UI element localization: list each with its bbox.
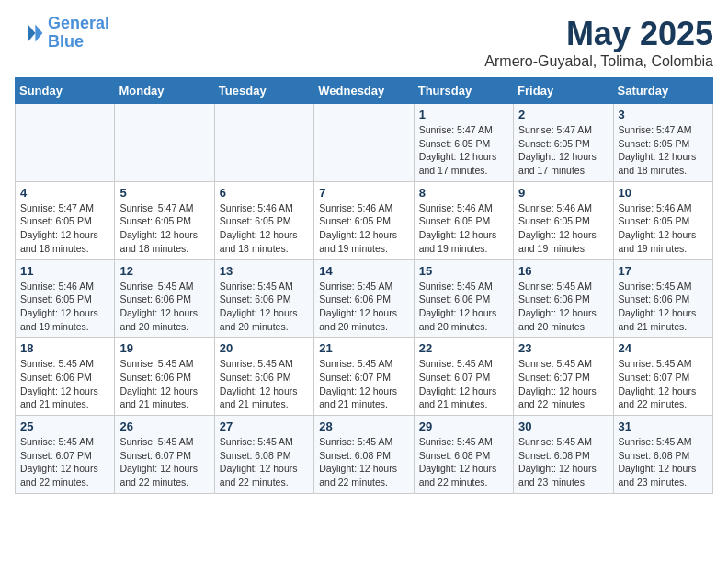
- col-header-monday: Monday: [115, 78, 214, 104]
- day-info: Sunrise: 5:47 AMSunset: 6:05 PMDaylight:…: [119, 201, 209, 256]
- day-number: 18: [20, 341, 109, 355]
- col-header-wednesday: Wednesday: [314, 78, 414, 104]
- calendar-cell: 10Sunrise: 5:46 AMSunset: 6:05 PMDayligh…: [613, 181, 712, 259]
- day-info: Sunrise: 5:45 AMSunset: 6:08 PMDaylight:…: [619, 435, 708, 489]
- svg-marker-0: [35, 24, 42, 41]
- calendar-table: SundayMondayTuesdayWednesdayThursdayFrid…: [15, 77, 713, 494]
- day-info: Sunrise: 5:45 AMSunset: 6:07 PMDaylight:…: [619, 357, 708, 411]
- day-number: 17: [619, 264, 708, 278]
- calendar-cell: 25Sunrise: 5:45 AMSunset: 6:07 PMDayligh…: [16, 416, 115, 494]
- calendar-cell: 1Sunrise: 5:47 AMSunset: 6:05 PMDaylight…: [414, 104, 513, 182]
- calendar-cell: [314, 104, 414, 182]
- calendar-cell: [16, 104, 115, 182]
- day-number: 25: [20, 419, 109, 433]
- day-number: 6: [220, 186, 309, 200]
- day-info: Sunrise: 5:47 AMSunset: 6:05 PMDaylight:…: [419, 123, 508, 178]
- day-info: Sunrise: 5:45 AMSunset: 6:07 PMDaylight:…: [319, 357, 408, 411]
- col-header-friday: Friday: [514, 78, 613, 104]
- calendar-cell: 5Sunrise: 5:47 AMSunset: 6:05 PMDaylight…: [115, 181, 214, 259]
- week-row-2: 4Sunrise: 5:47 AMSunset: 6:05 PMDaylight…: [16, 181, 713, 259]
- day-info: Sunrise: 5:46 AMSunset: 6:05 PMDaylight:…: [419, 201, 508, 256]
- calendar-cell: 15Sunrise: 5:45 AMSunset: 6:06 PMDayligh…: [414, 259, 513, 338]
- calendar-cell: 21Sunrise: 5:45 AMSunset: 6:07 PMDayligh…: [314, 338, 414, 416]
- day-info: Sunrise: 5:45 AMSunset: 6:06 PMDaylight:…: [319, 280, 408, 334]
- day-info: Sunrise: 5:45 AMSunset: 6:07 PMDaylight:…: [119, 435, 209, 489]
- day-info: Sunrise: 5:47 AMSunset: 6:05 PMDaylight:…: [619, 123, 708, 178]
- day-number: 20: [220, 341, 309, 355]
- day-number: 8: [419, 186, 508, 200]
- day-number: 16: [518, 264, 608, 278]
- day-info: Sunrise: 5:45 AMSunset: 6:06 PMDaylight:…: [220, 357, 309, 411]
- title-block: May 2025 Armero-Guyabal, Tolima, Colombi…: [484, 15, 713, 70]
- day-number: 24: [619, 341, 708, 355]
- col-header-thursday: Thursday: [414, 78, 513, 104]
- day-number: 2: [518, 108, 608, 121]
- day-info: Sunrise: 5:47 AMSunset: 6:05 PMDaylight:…: [20, 201, 109, 256]
- day-number: 30: [518, 419, 608, 433]
- calendar-cell: [115, 104, 214, 182]
- day-number: 15: [419, 264, 508, 278]
- day-number: 31: [619, 419, 708, 433]
- calendar-cell: 29Sunrise: 5:45 AMSunset: 6:08 PMDayligh…: [414, 416, 513, 494]
- calendar-cell: 23Sunrise: 5:45 AMSunset: 6:07 PMDayligh…: [514, 338, 613, 416]
- calendar-cell: 12Sunrise: 5:45 AMSunset: 6:06 PMDayligh…: [115, 259, 214, 338]
- day-info: Sunrise: 5:45 AMSunset: 6:06 PMDaylight:…: [619, 280, 708, 334]
- calendar-cell: 28Sunrise: 5:45 AMSunset: 6:08 PMDayligh…: [314, 416, 414, 494]
- day-number: 4: [20, 186, 109, 200]
- calendar-cell: 17Sunrise: 5:45 AMSunset: 6:06 PMDayligh…: [613, 259, 712, 338]
- calendar-cell: 2Sunrise: 5:47 AMSunset: 6:05 PMDaylight…: [514, 104, 613, 182]
- week-row-1: 1Sunrise: 5:47 AMSunset: 6:05 PMDaylight…: [16, 104, 713, 182]
- calendar-cell: 7Sunrise: 5:46 AMSunset: 6:05 PMDaylight…: [314, 181, 414, 259]
- day-number: 13: [220, 264, 309, 278]
- day-info: Sunrise: 5:45 AMSunset: 6:06 PMDaylight:…: [220, 280, 309, 334]
- day-info: Sunrise: 5:46 AMSunset: 6:05 PMDaylight:…: [20, 280, 109, 334]
- day-number: 26: [119, 419, 209, 433]
- day-number: 11: [20, 264, 109, 278]
- day-info: Sunrise: 5:45 AMSunset: 6:07 PMDaylight:…: [419, 357, 508, 411]
- day-number: 12: [119, 264, 209, 278]
- day-info: Sunrise: 5:45 AMSunset: 6:06 PMDaylight:…: [518, 280, 608, 334]
- svg-marker-1: [28, 24, 35, 41]
- day-info: Sunrise: 5:45 AMSunset: 6:08 PMDaylight:…: [220, 435, 309, 489]
- day-info: Sunrise: 5:46 AMSunset: 6:05 PMDaylight:…: [319, 201, 408, 256]
- day-number: 7: [319, 186, 408, 200]
- day-number: 5: [119, 186, 209, 200]
- calendar-cell: 19Sunrise: 5:45 AMSunset: 6:06 PMDayligh…: [115, 338, 214, 416]
- logo: General Blue: [15, 15, 109, 52]
- day-info: Sunrise: 5:45 AMSunset: 6:06 PMDaylight:…: [119, 280, 209, 334]
- calendar-cell: 4Sunrise: 5:47 AMSunset: 6:05 PMDaylight…: [16, 181, 115, 259]
- day-info: Sunrise: 5:45 AMSunset: 6:08 PMDaylight:…: [319, 435, 408, 489]
- calendar-cell: 22Sunrise: 5:45 AMSunset: 6:07 PMDayligh…: [414, 338, 513, 416]
- calendar-cell: 16Sunrise: 5:45 AMSunset: 6:06 PMDayligh…: [514, 259, 613, 338]
- calendar-cell: 18Sunrise: 5:45 AMSunset: 6:06 PMDayligh…: [16, 338, 115, 416]
- calendar-cell: 13Sunrise: 5:45 AMSunset: 6:06 PMDayligh…: [214, 259, 313, 338]
- day-info: Sunrise: 5:47 AMSunset: 6:05 PMDaylight:…: [518, 123, 608, 178]
- day-info: Sunrise: 5:45 AMSunset: 6:08 PMDaylight:…: [518, 435, 608, 489]
- day-info: Sunrise: 5:45 AMSunset: 6:07 PMDaylight:…: [20, 435, 109, 489]
- logo-text: General Blue: [48, 15, 109, 52]
- calendar-cell: 3Sunrise: 5:47 AMSunset: 6:05 PMDaylight…: [613, 104, 712, 182]
- day-number: 3: [619, 108, 708, 121]
- day-number: 22: [419, 341, 508, 355]
- col-header-sunday: Sunday: [16, 78, 115, 104]
- calendar-cell: 9Sunrise: 5:46 AMSunset: 6:05 PMDaylight…: [514, 181, 613, 259]
- day-info: Sunrise: 5:45 AMSunset: 6:08 PMDaylight:…: [419, 435, 508, 489]
- day-number: 10: [619, 186, 708, 200]
- calendar-cell: 14Sunrise: 5:45 AMSunset: 6:06 PMDayligh…: [314, 259, 414, 338]
- page-header: General Blue May 2025 Armero-Guyabal, To…: [15, 15, 713, 70]
- calendar-cell: 26Sunrise: 5:45 AMSunset: 6:07 PMDayligh…: [115, 416, 214, 494]
- calendar-cell: [214, 104, 313, 182]
- calendar-cell: 24Sunrise: 5:45 AMSunset: 6:07 PMDayligh…: [613, 338, 712, 416]
- month-year: May 2025: [484, 15, 713, 53]
- day-info: Sunrise: 5:45 AMSunset: 6:06 PMDaylight:…: [20, 357, 109, 411]
- day-info: Sunrise: 5:45 AMSunset: 6:06 PMDaylight:…: [419, 280, 508, 334]
- day-number: 21: [319, 341, 408, 355]
- calendar-cell: 20Sunrise: 5:45 AMSunset: 6:06 PMDayligh…: [214, 338, 313, 416]
- day-number: 28: [319, 419, 408, 433]
- day-number: 23: [518, 341, 608, 355]
- day-number: 14: [319, 264, 408, 278]
- week-row-4: 18Sunrise: 5:45 AMSunset: 6:06 PMDayligh…: [16, 338, 713, 416]
- logo-icon: [15, 18, 44, 48]
- week-row-5: 25Sunrise: 5:45 AMSunset: 6:07 PMDayligh…: [16, 416, 713, 494]
- day-number: 9: [518, 186, 608, 200]
